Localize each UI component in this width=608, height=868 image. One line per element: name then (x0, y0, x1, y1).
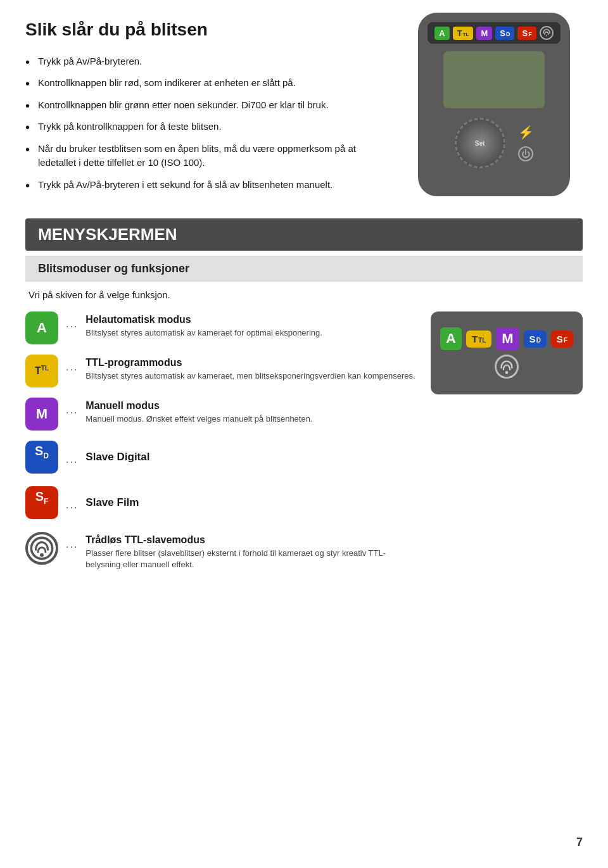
bullet-3: Kontrollknappen blir grønn etter noen se… (25, 98, 393, 113)
mode-text-wireless: Trådløs TTL-slavemodus Plasser flere bli… (86, 532, 418, 570)
dial-label: Set (475, 140, 485, 147)
device-illustration: A TTL M SD SF Set (405, 13, 583, 196)
mode-icon-wireless (25, 532, 58, 565)
dots-sd: ··· (66, 456, 78, 468)
page-number: 7 (576, 836, 583, 849)
mode-desc-m: Manuell modus. Ønsket effekt velges manu… (86, 413, 418, 425)
badge-sd: SD (524, 330, 547, 348)
modes-panel: A TTL M SD SF (431, 311, 583, 394)
mode-icon-sf: SF (25, 486, 58, 519)
mode-text-a: Helautomatisk modus Blitslyset styres au… (86, 311, 418, 339)
device-mode-sd: SD (495, 27, 514, 40)
mode-row-m: M ··· Manuell modus Manuell modus. Ønske… (25, 398, 418, 431)
dots-wireless: ··· (66, 541, 78, 553)
dots-sf: ··· (66, 502, 78, 513)
mode-bar-large: A TTL M SD SF (440, 327, 573, 379)
dots-ttl: ··· (66, 364, 78, 375)
submenu-header: Blitsmoduser og funksjoner (25, 256, 583, 282)
top-section: Slik slår du på blitsen Trykk på Av/På-b… (25, 19, 583, 199)
mode-row-sf: SF ··· Slave Film (25, 486, 418, 519)
device-body: A TTL M SD SF Set (418, 13, 570, 196)
menu-section: MENYSKJERMEN Blitsmoduser og funksjoner … (25, 218, 583, 581)
dots-a: ··· (66, 321, 78, 332)
device-mode-bar: A TTL M SD SF (428, 22, 560, 44)
flash-icon: ⚡ (518, 125, 534, 140)
mode-icon-m: M (25, 398, 58, 431)
menu-section-header: MENYSKJERMEN (25, 218, 583, 251)
bullet-list: Trykk på Av/På-bryteren. Kontrollknappen… (25, 54, 393, 192)
mode-title-wireless: Trådløs TTL-slavemodus (86, 534, 418, 546)
mode-text-m: Manuell modus Manuell modus. Ønsket effe… (86, 398, 418, 425)
intro-text: Vri på skiven for å velge funksjon. (25, 289, 583, 300)
svg-point-0 (546, 35, 547, 36)
device-wireless-icon (540, 26, 554, 40)
device-dial: Set (455, 118, 505, 168)
mode-title-m: Manuell modus (86, 400, 418, 412)
svg-point-3 (505, 371, 509, 374)
device-mode-ttl: TTL (453, 27, 474, 40)
device-dial-row: Set ⚡ ⏻ (428, 118, 560, 168)
device-lcd-screen (443, 51, 545, 108)
bullet-2: Kontrollknappen blir rød, som indikerer … (25, 76, 393, 91)
mode-row-wireless: ··· Trådløs TTL-slavemodus Plasser flere… (25, 532, 418, 570)
device-mode-sf: SF (517, 27, 536, 40)
mode-icon-ttl: TTL (25, 355, 58, 387)
dots-m: ··· (66, 407, 78, 418)
bullet-5: Når du bruker testblitsen som en åpen bl… (25, 142, 393, 170)
mode-row-sd: SD ··· Slave Digital (25, 441, 418, 474)
mode-row-a: A ··· Helautomatisk modus Blitslyset sty… (25, 311, 418, 344)
mode-title-sf: Slave Film (86, 496, 139, 509)
mode-icon-a: A (25, 311, 58, 344)
modes-list: A ··· Helautomatisk modus Blitslyset sty… (25, 311, 418, 581)
badge-a: A (440, 327, 462, 350)
mode-title-a: Helautomatisk modus (86, 314, 418, 325)
mode-desc-wireless: Plasser flere blitser (slaveblitser) eks… (86, 548, 418, 570)
mode-icon-sd: SD (25, 441, 58, 474)
device-side-icons: ⚡ ⏻ (518, 125, 534, 161)
bullet-4: Trykk på kontrollknappen for å teste bli… (25, 120, 393, 134)
top-text: Slik slår du på blitsen Trykk på Av/På-b… (25, 19, 393, 199)
badge-m: M (496, 327, 519, 350)
device-mode-m: M (476, 27, 492, 40)
power-icon: ⏻ (518, 146, 533, 161)
device-mode-a: A (434, 27, 449, 40)
badge-ttl: TTL (466, 330, 491, 348)
mode-title-ttl: TTL-programmodus (86, 357, 418, 368)
mode-title-sd: Slave Digital (86, 451, 149, 463)
mode-desc-a: Blitslyset styres automatisk av kameraet… (86, 327, 418, 339)
main-title: Slik slår du på blitsen (25, 19, 393, 41)
mode-row-ttl: TTL ··· TTL-programmodus Blitslyset styr… (25, 355, 418, 387)
badge-sf: SF (551, 330, 573, 348)
mode-desc-ttl: Blitslyset styres automatisk av kameraet… (86, 370, 418, 382)
mode-text-ttl: TTL-programmodus Blitslyset styres autom… (86, 355, 418, 382)
bullet-1: Trykk på Av/På-bryteren. (25, 54, 393, 69)
modes-container: A ··· Helautomatisk modus Blitslyset sty… (25, 311, 583, 581)
bullet-6: Trykk på Av/På-bryteren i ett sekund for… (25, 178, 393, 192)
svg-point-2 (40, 553, 44, 557)
badge-wireless (495, 355, 519, 379)
